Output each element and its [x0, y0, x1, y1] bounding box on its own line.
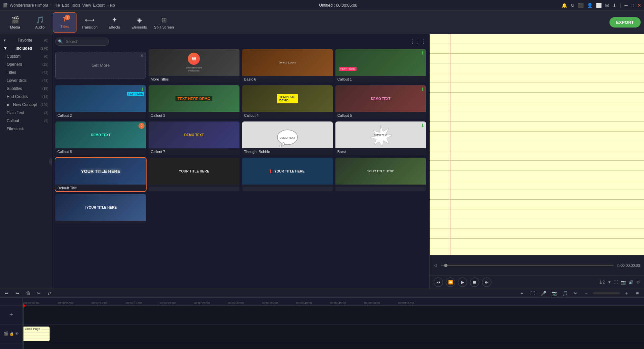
title-card-callout5[interactable]: ⬇ DEMO TEXT Callout 5 [335, 85, 426, 119]
tool-camera[interactable]: 📷 [550, 289, 558, 297]
sidebar-item-lower3rds[interactable]: Lower 3rds (43) [0, 77, 52, 85]
preview-fullscreen-icon[interactable]: ⛶ [614, 280, 618, 285]
title-card-row2b[interactable]: | YOUR TITLE HERE [242, 158, 333, 191]
title-card-defaulttitle[interactable]: YOUR TITLE HERE Default Title [55, 158, 146, 191]
playback-back[interactable]: ⏪ [446, 278, 455, 287]
title-card-callout2[interactable]: ⬇ TEXT HERE Callout 2 [55, 85, 146, 119]
get-more-close[interactable]: ✕ [140, 53, 144, 58]
toolbar-splitscreen[interactable]: ⊞ Split Screen [152, 12, 176, 33]
toolbar-transition[interactable]: ⟷ Transition [78, 12, 101, 33]
tool-record-voice[interactable]: 🎤 [539, 289, 547, 297]
export-button[interactable]: EXPORT [609, 17, 641, 28]
menu-view[interactable]: View [82, 3, 91, 8]
preview-volume-icon[interactable]: 🔊 [629, 280, 634, 285]
toolbar-titles[interactable]: 1 T Titles [53, 12, 76, 33]
window-minimize[interactable]: ─ [625, 3, 628, 8]
sidebar-item-newconcept[interactable]: ▶ New Concept (120) [0, 101, 52, 109]
timeline-clip-linedpage[interactable]: Lined Page [23, 327, 50, 341]
tool-split[interactable]: ⇄ [46, 289, 54, 297]
icon-settings1[interactable]: 🔔 [561, 3, 567, 8]
tool-music[interactable]: 🎵 [561, 289, 569, 297]
toolbar-effects[interactable]: ✦ Effects [103, 12, 126, 33]
menu-tools[interactable]: Tools [71, 3, 80, 8]
playback-stop[interactable]: ⏹ [470, 278, 479, 287]
toolbar-elements[interactable]: ◈ Elements [127, 12, 151, 33]
sidebar-item-endcredits[interactable]: End Credits (14) [0, 93, 52, 101]
sidebar-item-included[interactable]: ▼ Included (276) [0, 44, 52, 52]
callout5-text: DEMO TEXT [371, 97, 390, 101]
title-grid: ✕ Get More W WondershareFilmstock More T… [55, 49, 426, 223]
title-card-row2d[interactable]: | YOUR TITLE HERE [55, 194, 146, 223]
tool-fit[interactable]: ⛶ [529, 289, 537, 297]
search-input[interactable] [55, 38, 109, 46]
preview-canvas [430, 34, 644, 255]
playback-rewind[interactable]: ⏮ [434, 278, 443, 287]
track-lock-icon[interactable]: 🔒 [9, 332, 14, 336]
title-card-thoughtbubble[interactable]: DEMO TEXT Thought Bubble [242, 121, 333, 155]
grid-options-icon[interactable]: ⋮⋮⋮ [410, 39, 426, 45]
tool-redo[interactable]: ↪ [13, 289, 21, 297]
menu-help[interactable]: Help [107, 3, 115, 8]
window-close[interactable]: ✕ [637, 3, 641, 8]
icon-settings5[interactable]: ⬜ [596, 3, 602, 8]
audio-label: Audio [35, 25, 45, 29]
icon-settings6[interactable]: ✉ [605, 3, 609, 8]
toolbar-media[interactable]: 🎬 Media [3, 12, 27, 33]
ruler-mark-10: 00:00:50:00 [363, 301, 381, 305]
zoom-slider[interactable] [593, 292, 620, 294]
title-card-callout4[interactable]: TEMPLATEDEMO Callout 4 [242, 85, 333, 119]
add-track-icon[interactable]: + [9, 311, 13, 318]
playback-forward[interactable]: ⏭ [482, 278, 491, 287]
tool-delete[interactable]: 🗑 [24, 289, 32, 297]
tool-add-track[interactable]: + [518, 289, 526, 297]
sidebar-item-filmstock[interactable]: Filmstock [0, 125, 52, 133]
icon-settings7[interactable]: ⬇ [612, 3, 616, 8]
preview-snapshot-icon[interactable]: 📷 [621, 280, 626, 285]
card-label-defaulttitle: Default Title [55, 185, 146, 191]
card-thumb-callout2: TEXT HERE [55, 85, 146, 112]
sidebar-item-titles[interactable]: Titles (42) [0, 68, 52, 77]
title-card-row2a[interactable]: YOUR TITLE HERE [149, 158, 239, 191]
transition-label: Transition [82, 25, 98, 29]
preview-timeline-slider[interactable] [441, 265, 613, 266]
sidebar-item-plaintext[interactable]: Plain Text (8) [0, 109, 52, 117]
playback-play[interactable]: ▶ [458, 278, 467, 287]
title-card-callout6[interactable]: 2 DEMO TEXT Callout 6 [55, 121, 146, 155]
tool-zoom-in[interactable]: ＋ [623, 289, 631, 297]
title-card-callout7[interactable]: DEMO TEXT Callout 7 [149, 121, 239, 155]
sidebar-item-custom[interactable]: Custom (0) [0, 52, 52, 60]
sidebar-item-favorite[interactable]: ♥ Favorite (0) [0, 36, 52, 44]
preview-ratio-dropdown[interactable]: ▼ [607, 280, 611, 285]
plaintext-count: (8) [44, 111, 48, 115]
preview-settings-icon[interactable]: ⚙ [636, 280, 640, 285]
icon-settings4[interactable]: 👤 [587, 3, 593, 8]
icon-settings3[interactable]: ⬛ [578, 3, 584, 8]
title-card-more-titles[interactable]: W WondershareFilmstock More Titles [149, 49, 239, 83]
menu-file[interactable]: File [53, 3, 60, 8]
toolbar-audio[interactable]: 🎵 Audio [28, 12, 52, 33]
sidebar-item-callout[interactable]: Callout (9) [0, 117, 52, 125]
title-card-basic6[interactable]: Lorem ipsum Basic 6 [242, 49, 333, 83]
tool-options[interactable]: ≡ [633, 289, 641, 297]
tool-trim[interactable]: ✂ [572, 289, 580, 297]
track-row-3 [23, 343, 644, 349]
menu-export[interactable]: Export [93, 3, 105, 8]
tool-undo[interactable]: ↩ [3, 289, 11, 297]
preview-slider-handle[interactable] [444, 264, 447, 267]
sidebar-item-openers[interactable]: Openers (25) [0, 60, 52, 68]
get-more-banner[interactable]: ✕ Get More [55, 52, 146, 79]
menu-edit[interactable]: Edit [62, 3, 69, 8]
track-eye-icon[interactable]: 👁 [15, 332, 19, 336]
title-card-row2c[interactable]: YOUR TITLE HERE [335, 158, 426, 191]
title-card-callout1[interactable]: ⬇ TEXT HERE Callout 1 [335, 49, 426, 83]
sidebar-item-subtitles[interactable]: Subtitles (15) [0, 85, 52, 93]
title-card-burst[interactable]: ⬇ DEMO TEXT Burst [335, 121, 426, 155]
window-maximize[interactable]: □ [631, 3, 634, 8]
icon-settings2[interactable]: ↻ [571, 3, 575, 8]
title-card-callout3[interactable]: TEXT HERE DEMO Callout 3 [149, 85, 239, 119]
sidebar-collapse-btn[interactable]: ◁ [49, 158, 52, 165]
transition-icon: ⟷ [85, 16, 95, 24]
tool-zoom-out[interactable]: － [582, 289, 590, 297]
tool-cut[interactable]: ✂ [35, 289, 43, 297]
timeline-playhead[interactable] [23, 306, 23, 349]
